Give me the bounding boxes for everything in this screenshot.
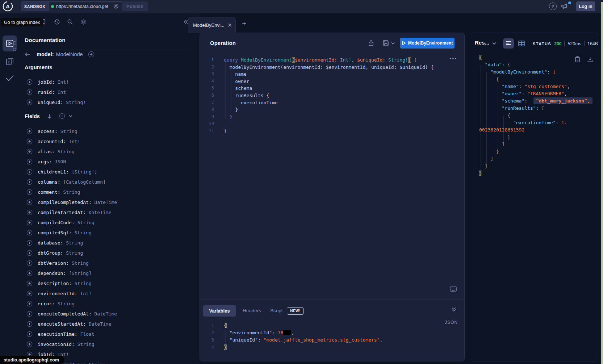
add-field-icon[interactable] [26, 138, 33, 145]
operation-tab[interactable]: ModelByEnvi... [188, 17, 236, 33]
add-all-fields-icon[interactable] [59, 113, 65, 119]
field-row[interactable]: database: String [25, 238, 196, 248]
field-row[interactable]: invocationId: String [25, 339, 196, 349]
field-row[interactable]: jobId: Int! [25, 77, 196, 87]
field-row[interactable]: columns: [CatalogColumn] [25, 177, 196, 187]
field-type[interactable]: String [78, 220, 95, 225]
save-chevron-icon[interactable] [391, 42, 395, 45]
add-field-icon[interactable] [26, 148, 33, 155]
field-row[interactable]: environmentId: Int! [25, 288, 196, 298]
field-row[interactable]: runId: Int [25, 87, 196, 97]
new-tab-icon[interactable]: + [242, 19, 246, 28]
field-type[interactable]: [String] [69, 271, 92, 276]
field-type[interactable]: Float [80, 331, 94, 337]
add-field-icon[interactable] [26, 280, 33, 286]
field-row[interactable]: dependsOn: [String] [25, 268, 196, 278]
schema-nav-item[interactable] [5, 57, 14, 66]
search-icon[interactable] [67, 19, 73, 25]
share-icon[interactable] [368, 40, 374, 46]
variables-editor[interactable]: { "environmentId": 78, "uniqueId": "mode… [224, 322, 382, 351]
field-row[interactable]: comment: String [25, 187, 196, 197]
response-title[interactable]: Res... [475, 39, 489, 46]
field-row[interactable]: executeCompletedAt: DateTime [25, 309, 196, 319]
field-type[interactable]: String [63, 189, 80, 195]
table-view-toggle[interactable] [518, 41, 525, 46]
history-icon[interactable] [54, 19, 60, 25]
add-field-icon[interactable] [26, 99, 33, 105]
field-row[interactable]: access: String [25, 126, 196, 136]
field-row[interactable]: compiledCode: String [25, 217, 196, 227]
more-options-icon[interactable] [450, 58, 456, 59]
breadcrumb-type[interactable]: ModelNode [56, 51, 83, 57]
add-field-icon[interactable] [26, 189, 33, 195]
field-type[interactable]: DateTime [95, 311, 117, 317]
back-arrow-icon[interactable] [25, 52, 31, 57]
close-tab-icon[interactable] [228, 23, 232, 27]
field-row[interactable]: dbtGroup: String [25, 248, 196, 258]
save-icon[interactable] [383, 40, 389, 46]
login-button[interactable]: Log in [576, 1, 595, 11]
field-type[interactable]: String [75, 281, 92, 286]
add-field-icon[interactable] [26, 250, 33, 256]
announcements-icon[interactable] [561, 3, 568, 9]
field-row[interactable]: uniqueId: String! [25, 97, 196, 107]
endpoint-settings-icon[interactable] [113, 4, 119, 9]
add-field-icon[interactable] [26, 159, 33, 165]
tab-script[interactable]: Script [270, 308, 283, 313]
field-row[interactable]: description: String [25, 278, 196, 288]
add-field-icon[interactable] [26, 240, 33, 246]
field-type[interactable]: Int [58, 89, 66, 95]
add-field-icon[interactable] [26, 331, 33, 337]
add-field-icon[interactable] [26, 290, 33, 297]
chevron-down-icon[interactable] [69, 115, 72, 117]
list-view-toggle[interactable] [503, 38, 514, 49]
add-field-icon[interactable] [26, 199, 33, 205]
field-type[interactable]: [CatalogColumn] [63, 179, 105, 185]
graph-index-icon[interactable] [13, 39, 20, 53]
add-field-icon[interactable] [26, 230, 33, 236]
add-field-icon[interactable] [26, 341, 33, 347]
field-type[interactable]: DateTime [89, 210, 112, 215]
field-type[interactable]: String [58, 149, 75, 154]
field-row[interactable]: compileCompletedAt: DateTime [25, 197, 196, 207]
publish-button[interactable]: Publish [122, 1, 148, 11]
add-field-icon[interactable] [26, 209, 33, 216]
help-icon[interactable]: ? [549, 3, 557, 10]
add-field-icon[interactable] [26, 79, 33, 85]
add-field-icon[interactable] [26, 260, 33, 266]
field-type[interactable]: [String!] [72, 169, 97, 175]
field-type[interactable]: String [66, 250, 83, 256]
response-json[interactable]: { "data": { "modelByEnvironment": [ { "n… [479, 54, 592, 177]
window-edge-scrollbar[interactable] [601, 2, 603, 364]
add-field-icon[interactable] [26, 321, 33, 327]
field-row[interactable]: args: JSON [25, 156, 196, 167]
field-type[interactable]: DateTime [95, 200, 117, 205]
field-row[interactable]: alias: String [25, 146, 196, 156]
field-type[interactable]: String [89, 362, 106, 364]
field-row[interactable]: compileStartedAt: DateTime [25, 207, 196, 217]
field-row[interactable]: executeStartedAt: DateTime [25, 319, 196, 329]
add-field-icon[interactable] [26, 128, 33, 134]
add-field-icon[interactable] [26, 311, 33, 317]
field-type[interactable]: DateTime [89, 321, 112, 327]
field-type[interactable]: String [58, 301, 75, 306]
apollo-logo[interactable]: A [3, 1, 13, 12]
field-type[interactable]: String [75, 230, 92, 235]
add-field-icon[interactable] [26, 169, 33, 175]
field-type[interactable]: JSON [55, 159, 66, 164]
field-type[interactable]: Int! [80, 291, 91, 296]
field-row[interactable]: executionTime: Float [25, 329, 196, 339]
add-type-icon[interactable] [88, 51, 95, 58]
run-operation-button[interactable]: ModelByEnvironment [400, 38, 455, 49]
query-editor[interactable]: query ModelByEnvironment($environmentId:… [224, 57, 434, 135]
field-type[interactable]: String [72, 260, 89, 266]
settings-gear-icon[interactable] [80, 19, 87, 25]
add-field-icon[interactable] [26, 219, 33, 226]
collapse-section-icon[interactable] [451, 307, 456, 312]
field-type[interactable]: String! [66, 100, 86, 105]
add-field-icon[interactable] [26, 179, 33, 185]
add-field-icon[interactable] [26, 270, 33, 276]
sort-icon[interactable] [47, 114, 52, 119]
field-row[interactable]: dbtVersion: String [25, 258, 196, 268]
field-type[interactable]: Int! [69, 139, 80, 144]
